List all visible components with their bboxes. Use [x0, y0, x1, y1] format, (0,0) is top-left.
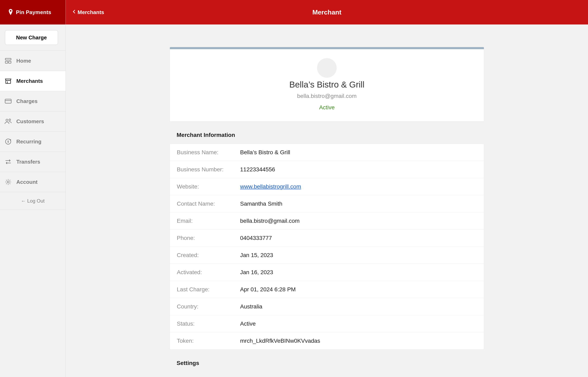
info-row: Status:Active — [170, 315, 484, 332]
svg-rect-2 — [5, 61, 8, 63]
sidebar-item-home[interactable]: Home — [0, 51, 66, 71]
info-value: Jan 16, 2023 — [240, 269, 273, 276]
info-value: 11223344556 — [240, 166, 275, 173]
sidebar: Pin Payments New Charge Home — [0, 0, 66, 377]
sidebar-item-label: Customers — [16, 118, 44, 125]
info-row: Business Name:Bella’s Bistro & Grill — [170, 144, 484, 161]
info-label: Email: — [177, 218, 240, 224]
sidebar-item-transfers[interactable]: Transfers — [0, 152, 66, 172]
svg-point-9 — [9, 119, 11, 120]
topbar: Merchants Merchant — [66, 0, 588, 24]
info-value: Australia — [240, 303, 262, 310]
info-value: 0404333777 — [240, 235, 272, 241]
new-charge-wrap: New Charge — [0, 24, 66, 51]
avatar — [317, 58, 337, 78]
info-row: Country:Australia — [170, 298, 484, 315]
info-label: Last Charge: — [177, 286, 240, 293]
sidebar-item-label: Home — [16, 58, 31, 64]
info-row: Token:mrch_LkdRfkVeBINw0KVvadas — [170, 332, 484, 350]
info-label: Phone: — [177, 235, 240, 241]
svg-rect-3 — [9, 61, 11, 63]
status-badge: Active — [319, 104, 335, 111]
card-accent-stripe — [170, 47, 484, 49]
svg-rect-1 — [5, 58, 11, 60]
info-row: Last Charge:Apr 01, 2024 6:28 PM — [170, 281, 484, 298]
info-label: Website: — [177, 183, 240, 190]
charges-icon — [4, 97, 12, 105]
info-value: Jan 15, 2023 — [240, 252, 273, 259]
svg-text:$: $ — [7, 140, 9, 143]
info-row: Website:www.bellabistrogrill.com — [170, 178, 484, 195]
merchant-profile-card: Bella’s Bistro & Grill bella.bistro@gmai… — [170, 47, 484, 122]
sidebar-item-label: Merchants — [16, 78, 43, 84]
info-row: Business Number:11223344556 — [170, 161, 484, 178]
section-title-info: Merchant Information — [170, 122, 484, 144]
new-charge-button[interactable]: New Charge — [5, 30, 58, 45]
website-link[interactable]: www.bellabistrogrill.com — [240, 183, 301, 190]
sidebar-item-merchants[interactable]: Merchants — [0, 71, 66, 91]
info-value: Bella’s Bistro & Grill — [240, 149, 290, 156]
sidebar-item-label: Charges — [16, 98, 37, 105]
recurring-icon: $ — [4, 138, 12, 146]
info-value: Samantha Smith — [240, 200, 282, 207]
sidebar-item-customers[interactable]: Customers — [0, 111, 66, 132]
transfers-icon — [4, 158, 12, 166]
svg-point-8 — [6, 119, 8, 121]
account-icon — [4, 178, 12, 186]
sidebar-item-label: Transfers — [16, 159, 40, 165]
info-value: Active — [240, 320, 256, 327]
info-row: Activated:Jan 16, 2023 — [170, 264, 484, 281]
svg-rect-4 — [6, 80, 11, 83]
svg-point-0 — [10, 10, 12, 12]
info-value: bella.bistro@gmail.com — [240, 218, 299, 224]
back-label: Merchants — [78, 9, 104, 15]
chevron-left-icon — [72, 9, 77, 15]
brand-name: Pin Payments — [16, 9, 51, 15]
sidebar-item-charges[interactable]: Charges — [0, 91, 66, 111]
merchant-info-table: Business Name:Bella’s Bistro & GrillBusi… — [170, 144, 484, 350]
main: Merchants Merchant Bella’s Bistro & Gril… — [66, 0, 588, 377]
brand-block: Pin Payments — [0, 0, 66, 24]
info-row: Email:bella.bistro@gmail.com — [170, 212, 484, 230]
info-value: mrch_LkdRfkVeBINw0KVvadas — [240, 338, 320, 344]
info-row: Contact Name:Samantha Smith — [170, 195, 484, 212]
merchant-name: Bella’s Bistro & Grill — [289, 80, 365, 90]
sidebar-item-account[interactable]: Account — [0, 172, 66, 192]
svg-point-12 — [7, 181, 9, 183]
sidebar-item-label: Account — [16, 179, 37, 185]
info-label: Created: — [177, 252, 240, 259]
info-label: Token: — [177, 338, 240, 344]
info-value: Apr 01, 2024 6:28 PM — [240, 286, 296, 293]
info-value: www.bellabistrogrill.com — [240, 183, 301, 190]
info-label: Country: — [177, 303, 240, 310]
back-button[interactable]: Merchants — [72, 9, 104, 15]
section-title-settings: Settings — [170, 350, 484, 372]
sidebar-item-label: Recurring — [16, 139, 41, 145]
info-label: Status: — [177, 320, 240, 327]
merchant-email: bella.bistro@gmail.com — [297, 93, 356, 99]
home-icon — [4, 57, 12, 65]
page-title: Merchant — [66, 9, 588, 16]
info-label: Activated: — [177, 269, 240, 276]
merchants-icon — [4, 77, 12, 85]
info-label: Business Name: — [177, 149, 240, 156]
brand-logo-icon — [8, 9, 13, 16]
info-label: Business Number: — [177, 166, 240, 173]
logout-link[interactable]: ← Log Out — [0, 192, 66, 210]
sidebar-nav: Home Merchants — [0, 51, 66, 210]
svg-rect-6 — [5, 99, 11, 103]
sidebar-item-recurring[interactable]: $ Recurring — [0, 131, 66, 152]
customers-icon — [4, 117, 12, 125]
info-row: Phone:0404333777 — [170, 230, 484, 247]
info-label: Contact Name: — [177, 200, 240, 207]
info-row: Created:Jan 15, 2023 — [170, 247, 484, 264]
content-scroll[interactable]: Bella’s Bistro & Grill bella.bistro@gmai… — [66, 24, 588, 377]
